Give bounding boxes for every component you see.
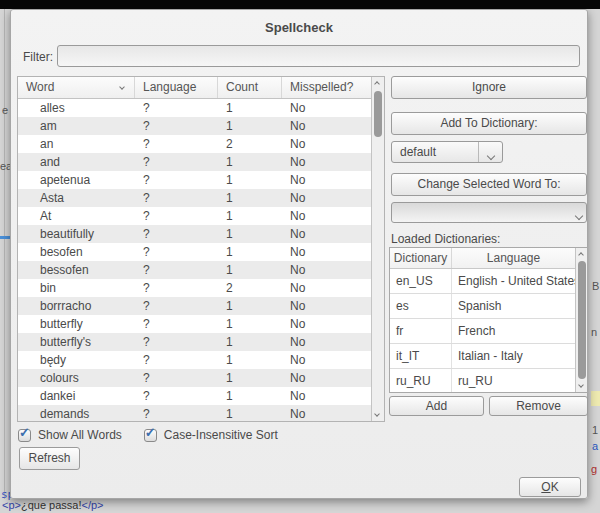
checkbox-box[interactable]: ✓	[18, 429, 31, 442]
word-cell: No	[282, 405, 371, 421]
checkbox-label: Show All Words	[38, 428, 122, 442]
ok-button-label: OK	[538, 478, 562, 496]
background-code-line: <p>¿que passa!</p>	[2, 499, 104, 512]
word-row[interactable]: bessofen?1No	[18, 261, 371, 279]
word-table: WordLanguageCountMisspelled? alles?1Noam…	[17, 76, 385, 422]
refresh-button[interactable]: Refresh	[19, 447, 80, 470]
word-cell: ?	[135, 135, 218, 153]
word-table-scrollbar[interactable]	[371, 77, 384, 421]
word-row[interactable]: At?1No	[18, 207, 371, 225]
word-cell: ?	[135, 153, 218, 171]
word-cell: No	[282, 369, 371, 387]
scroll-down-icon[interactable]	[374, 411, 380, 417]
word-row[interactable]: borrracho?1No	[18, 297, 371, 315]
word-row[interactable]: butterfly's?1No	[18, 333, 371, 351]
word-table-header-row: WordLanguageCountMisspelled?	[18, 77, 371, 99]
word-row[interactable]: colours?1No	[18, 369, 371, 387]
filter-input[interactable]	[57, 45, 580, 67]
word-row[interactable]: and?1No	[18, 153, 371, 171]
background-fragment: 1	[592, 424, 598, 436]
column-header-label: Count	[226, 80, 258, 94]
ignore-button[interactable]: Ignore	[391, 76, 587, 99]
word-row[interactable]: am?1No	[18, 117, 371, 135]
checkbox-show-all-words[interactable]: ✓ Show All Words	[18, 428, 122, 442]
word-cell: 1	[218, 171, 282, 189]
change-word-select[interactable]	[391, 202, 587, 223]
word-cell: ?	[135, 171, 218, 189]
dictionary-cell: ru_RU	[452, 369, 575, 392]
dictionary-row[interactable]: frFrench	[390, 319, 575, 344]
word-cell: No	[282, 171, 371, 189]
add-button-label: Add	[390, 397, 483, 415]
dictionary-cell: Italian - Italy	[452, 344, 575, 368]
ok-button[interactable]: OK	[519, 477, 581, 497]
scroll-up-icon[interactable]	[578, 252, 584, 258]
change-selected-word-button[interactable]: Change Selected Word To:	[391, 173, 587, 196]
word-cell: ?	[135, 297, 218, 315]
word-cell: beautifully	[18, 225, 135, 243]
background-fragment: B	[592, 280, 599, 292]
scrollbar-thumb[interactable]	[578, 261, 586, 379]
dictionary-cell: French	[452, 319, 575, 343]
word-cell: an	[18, 135, 135, 153]
chevron-down-icon[interactable]	[576, 208, 582, 222]
remove-dictionary-button[interactable]: Remove	[489, 396, 588, 416]
checkbox-case-insensitive-sort[interactable]: ✓ Case-Insensitive Sort	[144, 428, 278, 442]
change-selected-word-label: Change Selected Word To:	[392, 174, 586, 195]
word-row[interactable]: besofen?1No	[18, 243, 371, 261]
word-cell: 1	[218, 99, 282, 117]
word-row[interactable]: alles?1No	[18, 99, 371, 117]
word-cell: bessofen	[18, 261, 135, 279]
word-row[interactable]: an?2No	[18, 135, 371, 153]
dictionary-table-scrollbar[interactable]	[575, 248, 587, 392]
dictionary-row[interactable]: esSpanish	[390, 294, 575, 319]
word-cell: No	[282, 387, 371, 405]
scroll-down-icon[interactable]	[578, 382, 584, 388]
word-cell: 1	[218, 297, 282, 315]
scroll-up-icon[interactable]	[374, 81, 380, 87]
dictionary-row[interactable]: ru_RUru_RU	[390, 369, 575, 392]
word-cell: ?	[135, 387, 218, 405]
word-cell: 1	[218, 387, 282, 405]
code-text: ¿que passa!	[21, 499, 82, 511]
word-row[interactable]: dankei?1No	[18, 387, 371, 405]
word-cell: 2	[218, 135, 282, 153]
word-cell: No	[282, 189, 371, 207]
word-row[interactable]: będy?1No	[18, 351, 371, 369]
word-cell: No	[282, 261, 371, 279]
add-dictionary-button[interactable]: Add	[389, 396, 484, 416]
word-row[interactable]: Asta?1No	[18, 189, 371, 207]
word-cell: ?	[135, 333, 218, 351]
dict-column-header-language[interactable]: Language	[452, 248, 575, 268]
checkbox-box[interactable]: ✓	[144, 429, 157, 442]
word-cell: butterfly	[18, 315, 135, 333]
word-cell: 1	[218, 207, 282, 225]
word-row[interactable]: beautifully?1No	[18, 225, 371, 243]
word-cell: ?	[135, 225, 218, 243]
column-header-language[interactable]: Language	[135, 77, 218, 98]
dictionary-cell: fr	[390, 319, 452, 343]
column-header-count[interactable]: Count	[218, 77, 282, 98]
word-cell: 1	[218, 369, 282, 387]
word-row[interactable]: butterfly?1No	[18, 315, 371, 333]
background-fragment: a	[592, 440, 598, 452]
dictionary-row[interactable]: it_ITItalian - Italy	[390, 344, 575, 369]
word-cell: dankei	[18, 387, 135, 405]
column-header-word[interactable]: Word	[18, 77, 135, 98]
word-row[interactable]: demands?1No	[18, 405, 371, 421]
word-cell: and	[18, 153, 135, 171]
word-row[interactable]: bin?2No	[18, 279, 371, 297]
chevron-down-icon[interactable]	[478, 142, 502, 162]
background-highlight	[591, 391, 600, 406]
dictionary-cell: ru_RU	[390, 369, 452, 392]
dict-column-header-dictionary[interactable]: Dictionary	[390, 248, 452, 268]
word-cell: ?	[135, 243, 218, 261]
dictionary-row[interactable]: en_USEnglish - United States	[390, 269, 575, 294]
add-to-dictionary-button[interactable]: Add To Dictionary:	[391, 112, 587, 135]
word-row[interactable]: apetenua?1No	[18, 171, 371, 189]
column-header-misspelled[interactable]: Misspelled?	[282, 77, 371, 98]
scrollbar-thumb[interactable]	[374, 91, 382, 137]
column-header-label: Word	[26, 80, 54, 94]
dictionary-select[interactable]: default	[391, 141, 503, 163]
word-cell: No	[282, 351, 371, 369]
